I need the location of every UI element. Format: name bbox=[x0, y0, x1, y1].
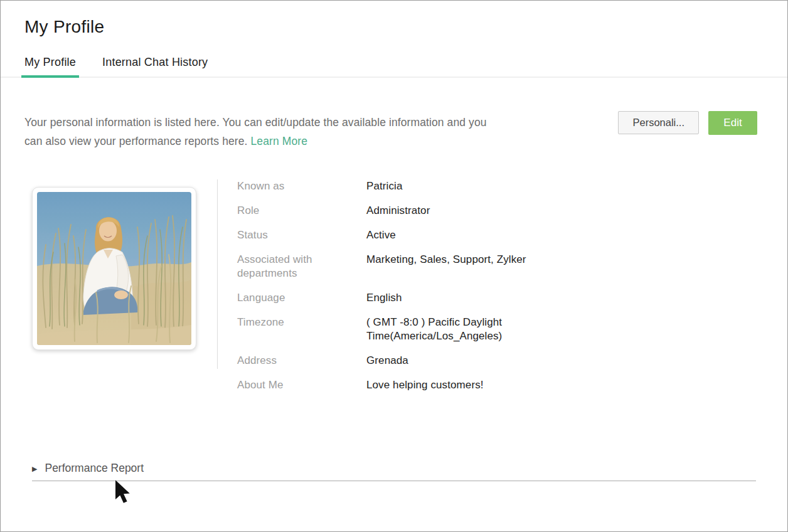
field-label: Timezone bbox=[237, 316, 341, 329]
field-row-status: Status Active bbox=[237, 228, 545, 242]
field-label: Associated with departments bbox=[237, 253, 341, 280]
performance-report-divider bbox=[32, 481, 756, 481]
performance-report-label: Performance Report bbox=[45, 462, 144, 475]
tab-my-profile[interactable]: My Profile bbox=[21, 56, 79, 78]
tab-internal-chat-history[interactable]: Internal Chat History bbox=[99, 56, 211, 78]
performance-report-toggle[interactable]: ▶ Performance Report bbox=[32, 462, 144, 475]
field-label: About Me bbox=[237, 378, 341, 392]
performance-report-section: ▶ Performance Report bbox=[1, 462, 787, 481]
profile-photo-card[interactable] bbox=[32, 187, 196, 350]
field-row-departments: Associated with departments Marketing, S… bbox=[237, 253, 545, 280]
personalize-button[interactable]: Personali... bbox=[618, 111, 699, 134]
intro-actions: Personali... Edit bbox=[618, 111, 757, 135]
field-value: Active bbox=[366, 228, 396, 242]
profile-section: Known as Patricia Role Administrator Sta… bbox=[1, 151, 787, 403]
profile-photo bbox=[37, 192, 191, 345]
my-profile-page: My Profile My Profile Internal Chat Hist… bbox=[0, 0, 788, 532]
field-value: Patricia bbox=[366, 179, 403, 193]
intro-text: Your personal information is listed here… bbox=[24, 113, 487, 151]
profile-fields: Known as Patricia Role Administrator Sta… bbox=[237, 179, 545, 403]
edit-button[interactable]: Edit bbox=[708, 111, 757, 135]
field-label: Status bbox=[237, 228, 341, 242]
vertical-divider bbox=[217, 179, 218, 369]
field-value: ( GMT -8:0 ) Pacific Daylight Time(Ameri… bbox=[366, 316, 545, 343]
field-row-about-me: About Me Love helping customers! bbox=[237, 378, 545, 392]
field-row-role: Role Administrator bbox=[237, 204, 545, 218]
field-value: English bbox=[366, 291, 402, 305]
field-label: Language bbox=[237, 291, 341, 305]
caret-right-icon: ▶ bbox=[32, 464, 37, 473]
tab-bar: My Profile Internal Chat History bbox=[1, 56, 787, 78]
field-row-timezone: Timezone ( GMT -8:0 ) Pacific Daylight T… bbox=[237, 316, 545, 343]
learn-more-link[interactable]: Learn More bbox=[251, 135, 308, 147]
intro-line1: Your personal information is listed here… bbox=[24, 116, 487, 129]
page-title: My Profile bbox=[24, 17, 787, 37]
field-label: Known as bbox=[237, 179, 341, 193]
field-row-address: Address Grenada bbox=[237, 354, 545, 368]
field-row-language: Language English bbox=[237, 291, 545, 305]
page-header: My Profile bbox=[1, 1, 787, 37]
field-label: Role bbox=[237, 204, 341, 218]
field-value: Love helping customers! bbox=[366, 378, 484, 392]
field-value: Grenada bbox=[366, 354, 408, 368]
field-row-known-as: Known as Patricia bbox=[237, 179, 545, 193]
mouse-cursor bbox=[115, 480, 134, 506]
intro-section: Your personal information is listed here… bbox=[1, 78, 787, 151]
field-value: Administrator bbox=[366, 204, 430, 218]
field-label: Address bbox=[237, 354, 341, 368]
intro-line2: can also view your performance reports h… bbox=[24, 135, 248, 147]
field-value: Marketing, Sales, Support, Zylker bbox=[366, 253, 526, 280]
